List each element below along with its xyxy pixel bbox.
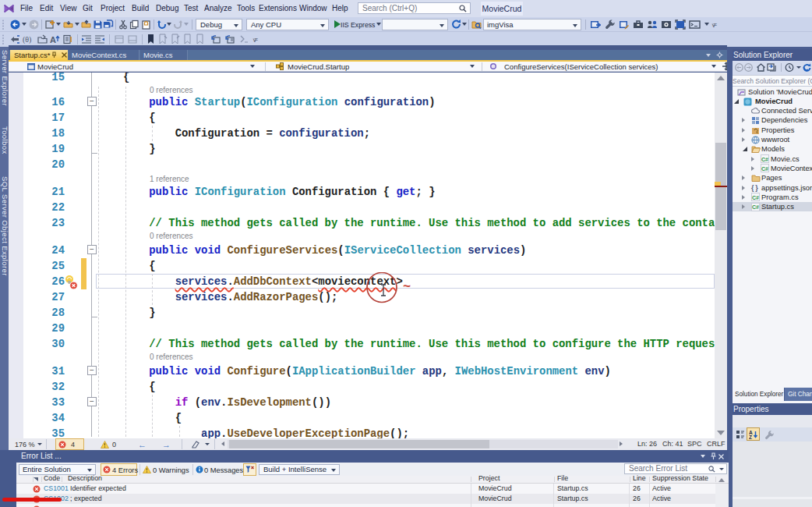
svg-text:A: A (50, 35, 56, 44)
svg-text:Z: Z (749, 434, 752, 439)
svg-text:(θ): (θ) (23, 35, 31, 44)
